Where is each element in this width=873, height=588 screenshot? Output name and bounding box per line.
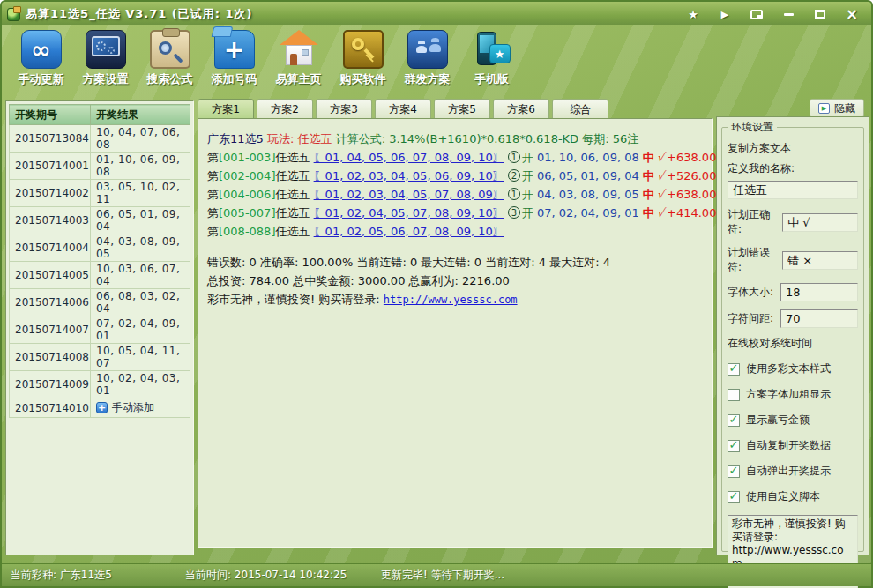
checkbox-custom-script[interactable]: 使用自定义脚本 (728, 489, 858, 504)
correct-symbol-input[interactable]: 中 √ (782, 213, 858, 232)
table-row[interactable]: 2015071400910, 02, 04, 03, 01 (10, 371, 190, 398)
toolbar-homepage[interactable]: 易算主页 (266, 30, 331, 97)
checkbox-show-profit[interactable]: 显示赢亏金额 (728, 413, 858, 428)
play-button[interactable] (713, 6, 737, 22)
line-play: 任选五 (275, 225, 310, 238)
hit-flag: 中 (643, 188, 654, 201)
group-send-icon (407, 30, 448, 69)
open-label: 开 (522, 206, 534, 220)
close-button[interactable] (839, 6, 864, 22)
table-row[interactable]: 2015071400404, 03, 08, 09, 05 (10, 234, 190, 262)
table-row[interactable]: 2015071400510, 03, 06, 07, 04 (10, 262, 190, 289)
issue-cell: 20150714010 (10, 398, 91, 418)
picked-numbers-link[interactable]: 〖01, 02, 04, 05, 07, 08, 09, 10〗 (314, 206, 504, 220)
picked-numbers-link[interactable]: 〖01, 04, 05, 06, 07, 08, 09, 10〗 (314, 151, 504, 164)
result-cell: 07, 02, 04, 09, 01 (90, 316, 190, 344)
minimize-button[interactable] (776, 6, 801, 22)
tab-plan1[interactable]: 方案1 (198, 99, 254, 119)
checkbox-auto-copy[interactable]: 自动复制开奖数据 (728, 438, 858, 453)
tab-summary[interactable]: 综合 (552, 99, 608, 119)
checkbox-label: 自动弹出开奖提示 (746, 464, 831, 479)
tab-plan3[interactable]: 方案3 (316, 99, 372, 119)
window-title: 易算11选5_任选 V3.71 (已试用: 1次) (26, 6, 252, 22)
picked-numbers-link[interactable]: 〖01, 02, 03, 04, 05, 07, 08, 09〗 (314, 188, 504, 201)
checkbox-colorful-text[interactable]: 使用多彩文本样式 (728, 361, 858, 376)
table-row[interactable]: 2015071400707, 02, 04, 09, 01 (10, 316, 190, 344)
toolbar-manual-update[interactable]: 手动更新 (9, 30, 73, 97)
toolbar-search-formula[interactable]: 搜索公式 (138, 30, 202, 97)
table-row[interactable]: 2015071400606, 08, 03, 02, 04 (10, 289, 190, 316)
cloud-sync-icon (21, 30, 62, 69)
accuracy-stats: 错误数: 0 准确率: 100.00% 当前连错: 0 最大连错: 0 当前连对… (207, 253, 703, 272)
checkbox-icon (728, 389, 740, 401)
issue-range: [008-088] (219, 225, 275, 238)
hit-flag: 中 (643, 206, 654, 220)
hit-sequence-badge: 1 (508, 151, 520, 163)
plan-line: 第[004-006]任选五 〖01, 02, 03, 04, 05, 07, 0… (207, 185, 703, 204)
issue-range: [001-003] (219, 151, 275, 164)
title-bar: 易算11选5_任选 V3.71 (已试用: 1次) (2, 2, 871, 25)
issue-range: [004-006] (219, 188, 275, 201)
check-mark: √ (657, 206, 664, 220)
checkbox-bold-font[interactable]: 方案字体加粗显示 (728, 387, 858, 402)
char-spacing-label: 字符间距: (728, 311, 773, 326)
font-size-input[interactable]: 18 (780, 283, 858, 301)
search-formula-icon (150, 30, 190, 69)
error-symbol-input[interactable]: 错 × (782, 251, 858, 270)
picked-numbers-link[interactable]: 〖01, 02, 03, 04, 05, 06, 09, 10〗 (314, 169, 504, 182)
manual-add-label: 手动添加 (112, 400, 154, 415)
table-row[interactable]: 2015071400203, 05, 10, 02, 11 (10, 180, 190, 207)
groupbox-title: 环境设置 (728, 120, 777, 135)
tab-plan4[interactable]: 方案4 (375, 99, 431, 119)
line-prefix: 第 (207, 225, 219, 238)
check-mark: √ (657, 188, 664, 201)
skin-button[interactable] (744, 6, 769, 22)
purchase-link[interactable]: http://www.yesssc.com (384, 294, 518, 306)
maximize-button[interactable] (808, 6, 832, 22)
hide-panel-button[interactable]: 隐藏 (810, 99, 864, 118)
table-row[interactable]: 2015071308410, 04, 07, 06, 08 (10, 125, 190, 153)
issue-range: [005-007] (219, 206, 275, 220)
line-prefix: 第 (207, 188, 219, 201)
draw-history-panel: 开奖期号 开奖结果 2015071308410, 04, 07, 06, 08 … (5, 100, 194, 555)
plan-header-line: 广东11选5 玩法: 任选五 计算公式: 3.14%(B+1610)*0.618… (207, 130, 703, 148)
notice-text: 彩市无神，谨慎投资! 购买请登录: (207, 293, 384, 306)
issue-cell: 20150714004 (10, 234, 91, 262)
checkbox-label: 显示赢亏金额 (746, 413, 810, 428)
column-header-result[interactable]: 开奖结果 (90, 105, 190, 125)
picked-numbers-link[interactable]: 〖01, 02, 05, 06, 07, 08, 09, 10〗 (314, 225, 504, 238)
manual-add-button[interactable]: 手动添加 (96, 400, 189, 415)
toolbar-plan-settings[interactable]: 方案设置 (73, 30, 138, 97)
hit-flag: 中 (643, 151, 654, 164)
settings-panel: 环境设置 复制方案文本 定义我的名称: 任选五 计划正确符: 中 √ 计划错误符… (716, 116, 869, 555)
hit-sequence-badge: 1 (508, 188, 520, 200)
toolbar-add-number[interactable]: 添加号码 (202, 30, 266, 97)
copy-plan-text-label[interactable]: 复制方案文本 (728, 141, 858, 156)
open-label: 开 (522, 151, 534, 164)
tab-plan6[interactable]: 方案6 (493, 99, 549, 119)
investment-stats: 总投资: 784.00 总中奖金额: 3000.00 总赢利为: 2216.00 (207, 272, 703, 290)
plan-line: 第[001-003]任选五 〖01, 04, 05, 06, 07, 08, 0… (207, 148, 703, 167)
checkbox-popup-alert[interactable]: 自动弹出开奖提示 (728, 464, 858, 479)
toolbar-group-send[interactable]: 群发方案 (395, 30, 459, 97)
purchase-notice: 彩市无神，谨慎投资! 购买请登录: http://www.yesssc.com (207, 290, 703, 309)
checkbox-label: 自动复制开奖数据 (746, 438, 831, 453)
plan-settings-icon (86, 30, 126, 69)
result-cell: 10, 02, 04, 03, 01 (90, 371, 190, 398)
toolbar-buy-software[interactable]: 购买软件 (331, 30, 395, 97)
result-cell: 01, 10, 06, 09, 08 (90, 153, 190, 180)
tab-plan2[interactable]: 方案2 (257, 99, 313, 119)
toolbar-mobile-version[interactable]: 手机版 (459, 30, 524, 97)
time-sync-label[interactable]: 在线校对系统时间 (728, 336, 858, 351)
table-row[interactable]: 2015071400810, 05, 04, 11, 07 (10, 344, 190, 371)
issue-cell: 20150714007 (10, 316, 91, 344)
plan-name-input[interactable]: 任选五 (728, 181, 858, 199)
favorite-button[interactable] (681, 6, 705, 22)
column-header-issue[interactable]: 开奖期号 (10, 105, 91, 125)
tab-plan5[interactable]: 方案5 (434, 99, 490, 119)
char-spacing-input[interactable]: 70 (780, 309, 858, 328)
issue-cell: 20150714002 (10, 180, 91, 207)
open-label: 开 (522, 169, 534, 182)
table-row[interactable]: 2015071400306, 05, 01, 09, 04 (10, 207, 190, 234)
table-row[interactable]: 2015071400101, 10, 06, 09, 08 (10, 153, 190, 180)
